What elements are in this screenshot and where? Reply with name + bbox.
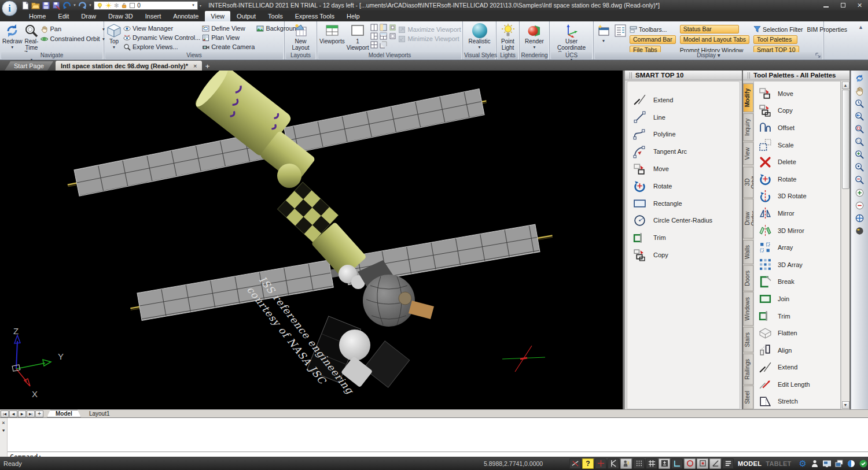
menu-tab[interactable]: Annotate xyxy=(167,11,204,21)
palette-tool-item[interactable]: Trim xyxy=(754,308,840,325)
palette-tool-item[interactable]: Offset xyxy=(754,119,840,136)
viewport-split-3-icon[interactable] xyxy=(370,32,378,40)
view-toolbar-button[interactable] xyxy=(854,187,866,199)
one-viewport-button[interactable]: 1 Viewport xyxy=(347,23,369,51)
undo-icon[interactable] xyxy=(62,1,71,10)
palette-tool-item[interactable]: Move xyxy=(754,85,840,102)
palette-tool-item[interactable]: Edit Length xyxy=(754,376,840,393)
viewports-button[interactable]: Viewports xyxy=(319,23,345,45)
smart-tool-item[interactable]: Line xyxy=(627,109,740,126)
status-icon-button[interactable] xyxy=(822,458,833,469)
tab-close-icon[interactable]: × xyxy=(193,62,197,69)
palette-tab[interactable]: Windows xyxy=(743,292,753,326)
properties-button[interactable] xyxy=(613,23,628,39)
palette-tab[interactable]: Steel xyxy=(743,386,753,409)
view-toolbar-button[interactable] xyxy=(854,199,866,212)
view-manager-button[interactable]: View Manager xyxy=(123,24,200,33)
viewport-restore-icon[interactable] xyxy=(389,24,396,31)
redraw-button[interactable]: Redraw▼ xyxy=(2,23,22,49)
viewport-corner-icon[interactable] xyxy=(380,41,387,49)
viewport-config-icon[interactable] xyxy=(380,32,387,40)
command-close-icon[interactable]: ✕ xyxy=(2,420,5,425)
smart-tool-item[interactable]: Trim xyxy=(627,229,740,246)
palette-tool-item[interactable]: Mirror xyxy=(754,205,840,222)
next-tab-button[interactable]: ▶ xyxy=(18,410,26,417)
view-toolbar-button[interactable] xyxy=(854,225,866,237)
smart-tool-item[interactable]: Copy xyxy=(627,246,740,264)
status-tablet-label[interactable]: TABLET xyxy=(766,460,791,467)
minimize-button[interactable] xyxy=(818,0,834,10)
palette-tool-item[interactable]: 3D Array xyxy=(754,256,840,273)
point-light-button[interactable]: Point Light▼ xyxy=(499,23,517,55)
create-camera-button[interactable]: Create Camera xyxy=(202,42,255,51)
tab-model[interactable]: Model xyxy=(47,410,81,417)
palette-tool-item[interactable]: 3D Mirror xyxy=(754,222,840,239)
viewport-join-icon[interactable] xyxy=(380,24,387,31)
first-tab-button[interactable]: |◀ xyxy=(1,410,9,417)
palette-tool-item[interactable]: Scale xyxy=(754,136,840,154)
status-toggle[interactable] xyxy=(709,458,721,469)
maximize-viewport-button[interactable]: Maximize Viewport xyxy=(398,25,461,34)
constrained-orbit-button[interactable]: Constrained Orbit ▼ xyxy=(41,34,105,43)
close-button[interactable]: ✕ xyxy=(851,0,868,10)
status-toggle[interactable] xyxy=(646,458,657,469)
pan-button[interactable]: Pan ▼ xyxy=(41,24,105,34)
status-icon-button[interactable]: ⚙ xyxy=(797,458,808,469)
menu-tab[interactable]: Edit xyxy=(52,11,75,21)
menu-tab[interactable]: Draw 3D xyxy=(102,11,139,21)
layer-thaw-icon[interactable] xyxy=(105,2,112,9)
view-toolbar-button[interactable] xyxy=(854,110,866,123)
status-model-label[interactable]: MODEL xyxy=(738,460,762,467)
status-icon-button[interactable] xyxy=(810,458,821,469)
new-layout-button[interactable]: New Layout▼ xyxy=(287,23,314,55)
status-toggle[interactable] xyxy=(697,458,708,469)
menu-tab[interactable]: Help xyxy=(341,11,366,21)
menu-tab[interactable]: Draw xyxy=(75,11,102,21)
status-toggle[interactable] xyxy=(633,458,645,469)
status-toggle[interactable]: ? xyxy=(582,458,594,469)
viewport-outline-icon[interactable] xyxy=(389,32,396,40)
view-toolbar-button[interactable] xyxy=(854,123,866,135)
palette-scrollbar[interactable]: ▲ ▼ xyxy=(841,81,849,409)
status-toggle[interactable] xyxy=(595,458,606,469)
view-toolbar-button[interactable] xyxy=(854,98,866,110)
new-file-icon[interactable] xyxy=(21,1,30,10)
status-toggle[interactable] xyxy=(569,458,581,469)
redo-dropdown-icon[interactable]: ▼ xyxy=(89,3,92,7)
save-icon[interactable] xyxy=(42,1,50,10)
top-view-button[interactable]: Top▼ xyxy=(106,23,122,49)
palette-tab[interactable]: Inquiry xyxy=(743,113,753,141)
palette-tab[interactable]: 3D Orbit xyxy=(743,166,753,198)
viewport-split-2-icon[interactable] xyxy=(370,24,378,31)
toggle-selection-filter[interactable]: Selection Filter xyxy=(753,25,803,34)
palette-tab[interactable]: View xyxy=(743,142,753,165)
explore-views-button[interactable]: Explore Views... xyxy=(123,42,200,51)
viewport[interactable]: ISS reference engineering courtesy of NA… xyxy=(0,71,623,409)
tool-palettes-header[interactable]: Tool Palettes - All Palettes xyxy=(743,71,849,80)
layer-lock-icon[interactable] xyxy=(121,2,127,9)
redo-icon[interactable] xyxy=(78,1,87,10)
toggle-bim-properties[interactable]: BIM Properties xyxy=(807,25,847,34)
status-toggle[interactable] xyxy=(671,458,683,469)
palette-tool-item[interactable]: Rotate xyxy=(754,171,840,188)
smart-tool-item[interactable]: Rectangle xyxy=(627,195,740,212)
new-tab-button[interactable]: + xyxy=(202,61,212,71)
status-icon-button[interactable] xyxy=(834,458,845,469)
view-toolbar-button[interactable] xyxy=(854,161,866,173)
palette-tool-item[interactable]: Align xyxy=(754,342,840,359)
palette-tool-item[interactable]: Delete xyxy=(754,153,840,171)
status-icon-button[interactable] xyxy=(858,458,868,469)
last-tab-button[interactable]: ▶| xyxy=(27,410,35,417)
status-icon-button[interactable] xyxy=(846,458,857,469)
view-toolbar-button[interactable] xyxy=(854,72,866,84)
palette-tab[interactable]: Railings xyxy=(743,354,753,385)
add-layout-button[interactable]: + xyxy=(35,410,43,417)
menu-tab[interactable]: Tools xyxy=(262,11,289,21)
menu-tab[interactable]: Home xyxy=(23,11,52,21)
layer-freeze-icon[interactable]: ✻ xyxy=(114,2,119,9)
smart-top10-header[interactable]: SMART TOP 10 xyxy=(625,71,742,80)
palette-tool-item[interactable]: Copy xyxy=(754,102,840,120)
menu-tab[interactable]: View xyxy=(205,11,230,21)
status-toggle[interactable] xyxy=(608,458,619,469)
palette-tool-item[interactable]: Break xyxy=(754,273,840,291)
